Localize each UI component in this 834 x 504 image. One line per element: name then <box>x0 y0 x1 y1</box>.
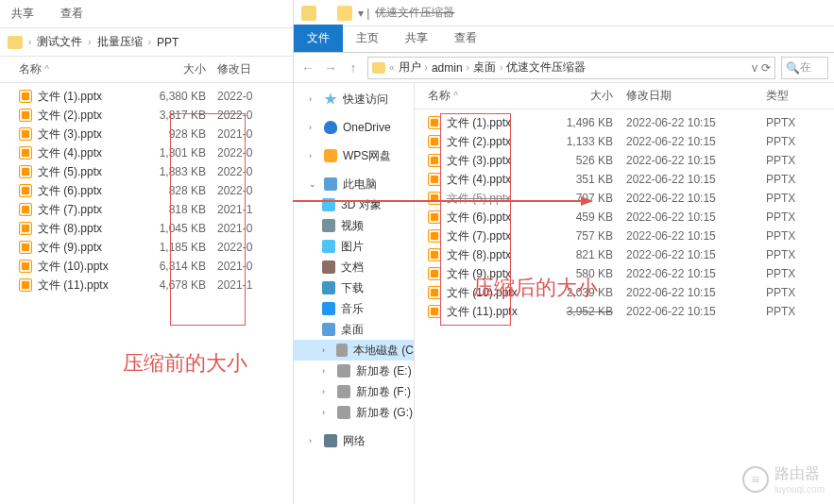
breadcrumb-item[interactable]: 批量压缩 <box>97 34 143 50</box>
file-row[interactable]: 文件 (4).pptx351 KB2022-06-22 10:15PPTX <box>415 170 834 189</box>
header-date[interactable]: 修改日期 <box>626 88 758 104</box>
file-size: 1,301 KB <box>142 146 217 160</box>
file-row[interactable]: 文件 (10).pptx6,314 KB2021-0 <box>0 257 293 276</box>
nav-disk-f[interactable]: ›新加卷 (F:) <box>294 381 414 402</box>
nav-documents[interactable]: 文档 <box>294 257 414 277</box>
file-date: 2022-0 <box>217 146 293 160</box>
breadcrumb-item[interactable]: admin <box>432 61 463 75</box>
file-row[interactable]: 文件 (7).pptx757 KB2022-06-22 10:15PPTX <box>415 227 834 245</box>
window-title: 优速文件压缩器 <box>375 5 454 21</box>
breadcrumb-item[interactable]: 用户 <box>399 59 421 76</box>
nav-wps[interactable]: ›WPS网盘 <box>294 145 414 166</box>
file-date: 2022-06-22 10:15 <box>626 116 758 129</box>
file-date: 2021-0 <box>217 127 293 141</box>
file-row[interactable]: 文件 (2).pptx1,133 KB2022-06-22 10:15PPTX <box>415 132 834 151</box>
nav-onedrive[interactable]: ›OneDrive <box>294 117 414 138</box>
file-row[interactable]: 文件 (2).pptx3,817 KB2022-0 <box>0 106 293 125</box>
left-file-list: 文件 (1).pptx6,380 KB2022-0文件 (2).pptx3,81… <box>0 83 293 298</box>
file-name: 文件 (7).pptx <box>428 228 553 244</box>
pptx-icon <box>428 173 441 186</box>
file-row[interactable]: 文件 (1).pptx6,380 KB2022-0 <box>0 87 293 106</box>
search-input[interactable]: 🔍 在 <box>781 57 828 79</box>
left-breadcrumb[interactable]: › 测试文件 › 批量压缩 › PPT <box>0 28 293 57</box>
pptx-icon <box>19 127 32 141</box>
right-column-header[interactable]: 名称 ^ 大小 修改日期 类型 <box>415 83 834 109</box>
breadcrumb-item[interactable]: 优速文件压缩器 <box>506 59 586 76</box>
nav-network[interactable]: ›网络 <box>294 430 414 451</box>
header-name[interactable]: 名称 ^ <box>428 88 553 104</box>
share-tab[interactable]: 共享 <box>11 6 34 22</box>
file-size: 1,883 KB <box>142 165 217 178</box>
forward-button[interactable]: → <box>322 59 339 76</box>
pptx-icon <box>428 135 441 148</box>
download-icon <box>322 281 335 294</box>
right-nav-row: ← → ↑ « 用户› admin› 桌面› 优速文件压缩器 v ⟳ 🔍 在 <box>294 53 834 83</box>
file-name: 文件 (10).pptx <box>19 259 142 275</box>
file-date: 2021-1 <box>217 203 293 216</box>
tab-home[interactable]: 主页 <box>343 25 392 52</box>
tab-share[interactable]: 共享 <box>392 25 441 52</box>
up-button[interactable]: ↑ <box>345 59 362 76</box>
file-row[interactable]: 文件 (3).pptx928 KB2021-0 <box>0 125 293 143</box>
nav-music[interactable]: 音乐 <box>294 298 414 319</box>
nav-disk-g[interactable]: ›新加卷 (G:) <box>294 402 414 423</box>
pc-icon <box>324 177 337 191</box>
star-icon <box>324 92 337 106</box>
right-list-area: 名称 ^ 大小 修改日期 类型 文件 (1).pptx1,496 KB2022-… <box>415 83 834 504</box>
file-row[interactable]: 文件 (1).pptx1,496 KB2022-06-22 10:15PPTX <box>415 113 834 132</box>
file-date: 2022-06-22 10:15 <box>626 173 758 186</box>
file-row[interactable]: 文件 (11).pptx4,678 KB2021-1 <box>0 276 293 294</box>
file-row[interactable]: 文件 (4).pptx1,301 KB2022-0 <box>0 143 293 162</box>
file-row[interactable]: 文件 (5).pptx1,883 KB2022-0 <box>0 162 293 181</box>
nav-downloads[interactable]: 下载 <box>294 277 414 298</box>
file-date: 2022-06-22 10:15 <box>626 286 758 299</box>
file-date: 2022-06-22 10:15 <box>626 135 758 148</box>
file-row[interactable]: 文件 (8).pptx821 KB2022-06-22 10:15PPTX <box>415 245 834 264</box>
tab-file[interactable]: 文件 <box>294 25 343 52</box>
desktop-icon <box>322 323 335 336</box>
file-type: PPTX <box>758 173 834 186</box>
header-name[interactable]: 名称 ^ <box>19 61 142 77</box>
file-row[interactable]: 文件 (6).pptx828 KB2022-0 <box>0 181 293 200</box>
view-tab[interactable]: 查看 <box>60 6 83 22</box>
disk-icon <box>337 364 350 378</box>
file-row[interactable]: 文件 (3).pptx526 KB2022-06-22 10:15PPTX <box>415 151 834 170</box>
pptx-icon <box>19 165 32 178</box>
file-type: PPTX <box>758 192 834 205</box>
file-date: 2022-06-22 10:15 <box>626 210 758 224</box>
file-size: 821 KB <box>553 248 626 261</box>
file-date: 2022-0 <box>217 109 293 122</box>
nav-this-pc[interactable]: ⌄此电脑 <box>294 174 414 194</box>
file-row[interactable]: 文件 (11).pptx3,952 KB2022-06-22 10:15PPTX <box>415 302 834 321</box>
tab-view[interactable]: 查看 <box>441 25 490 52</box>
file-name: 文件 (3).pptx <box>19 126 142 143</box>
file-date: 2021-0 <box>217 222 293 235</box>
breadcrumb-item[interactable]: 测试文件 <box>37 34 82 50</box>
header-date[interactable]: 修改日 <box>217 61 293 77</box>
pptx-icon <box>19 260 32 273</box>
file-row[interactable]: 文件 (9).pptx1,185 KB2022-0 <box>0 238 293 257</box>
back-button[interactable]: ← <box>299 59 316 76</box>
file-size: 1,185 KB <box>142 241 217 254</box>
nav-desktop[interactable]: 桌面 <box>294 319 414 340</box>
pptx-icon <box>428 248 441 261</box>
header-size[interactable]: 大小 <box>553 88 626 104</box>
header-size[interactable]: 大小 <box>142 61 217 77</box>
file-size: 757 KB <box>553 229 626 243</box>
file-date: 2022-06-22 10:15 <box>626 248 758 261</box>
navigation-pane: ›快速访问 ›OneDrive ›WPS网盘 ⌄此电脑 3D 对象 视频 图片 … <box>294 83 415 504</box>
pptx-icon <box>428 305 441 318</box>
address-bar[interactable]: « 用户› admin› 桌面› 优速文件压缩器 v ⟳ <box>367 57 775 79</box>
file-row[interactable]: 文件 (8).pptx1,045 KB2021-0 <box>0 219 293 238</box>
nav-quick-access[interactable]: ›快速访问 <box>294 89 414 109</box>
breadcrumb-item[interactable]: 桌面 <box>473 59 496 76</box>
sort-indicator-icon: ^ <box>44 64 49 75</box>
breadcrumb-item[interactable]: PPT <box>157 36 179 49</box>
file-row[interactable]: 文件 (7).pptx818 KB2021-1 <box>0 200 293 219</box>
nav-disk-e[interactable]: ›新加卷 (E:) <box>294 361 414 381</box>
header-type[interactable]: 类型 <box>758 88 834 104</box>
file-name: 文件 (1).pptx <box>19 89 142 105</box>
nav-disk-c[interactable]: ›本地磁盘 (C <box>294 340 414 361</box>
nav-pictures[interactable]: 图片 <box>294 236 414 257</box>
left-column-header[interactable]: 名称 ^ 大小 修改日 <box>0 57 293 83</box>
